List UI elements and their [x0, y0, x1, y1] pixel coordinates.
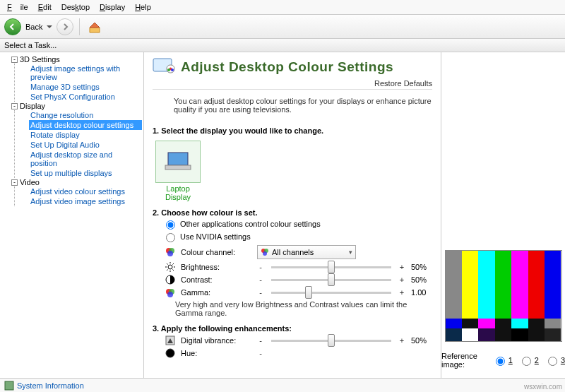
contrast-slider[interactable]	[271, 279, 391, 281]
back-button[interactable]	[4, 18, 21, 35]
forward-button[interactable]	[56, 18, 73, 35]
step2-title: 2. Choose how colour is set.	[153, 208, 432, 217]
radio-nvidia[interactable]	[166, 233, 175, 242]
back-label: Back	[25, 23, 42, 31]
svg-rect-29	[5, 381, 13, 390]
main-panel: Adjust Desktop Colour Settings Restore D…	[144, 52, 441, 392]
vibrance-value: 50%	[411, 336, 432, 345]
svg-point-13	[168, 265, 172, 269]
collapse-icon[interactable]: -	[11, 103, 18, 109]
monitor-colour-icon	[153, 58, 175, 76]
dropdown-icon[interactable]	[47, 24, 52, 30]
watermark: wsxwin.com	[524, 383, 562, 391]
gamma-slider[interactable]	[271, 292, 391, 294]
brightness-icon	[165, 262, 175, 272]
tree-item-size-position[interactable]: Adjust desktop size and position	[29, 150, 142, 168]
brightness-label: Brightness:	[181, 263, 251, 271]
divider	[153, 89, 432, 90]
menu-display[interactable]: Display	[95, 1, 129, 13]
gamma-icon	[165, 287, 175, 297]
restore-defaults-link[interactable]: Restore Defaults	[153, 79, 432, 88]
page-title: Adjust Desktop Colour Settings	[181, 59, 393, 75]
collapse-icon[interactable]: -	[11, 179, 18, 186]
rgb-icon	[261, 248, 269, 256]
vibrance-slider[interactable]	[271, 340, 391, 342]
tree-item-adjust-image[interactable]: Adjust image settings with preview	[29, 64, 142, 82]
vibrance-icon	[165, 335, 175, 345]
info-icon	[4, 381, 14, 391]
gamma-value: 1.00	[411, 288, 432, 297]
radio-other-apps-label: Other applications control colour settin…	[180, 220, 321, 228]
reference-image-label: Reference image:	[441, 352, 487, 369]
tree-item-physx[interactable]: Set PhysX Configuration	[29, 92, 142, 102]
rgb-icon	[165, 247, 175, 257]
home-button[interactable]	[85, 18, 104, 35]
collapse-icon[interactable]: -	[11, 57, 18, 63]
tree-group-video[interactable]: -Video	[11, 178, 142, 186]
display-label: Laptop Display	[153, 184, 203, 201]
menu-desktop[interactable]: Desktop	[57, 1, 94, 13]
tree-item-digital-audio[interactable]: Set Up Digital Audio	[29, 140, 142, 150]
svg-line-19	[173, 270, 174, 271]
svg-point-4	[171, 69, 174, 71]
contrast-icon	[165, 275, 175, 285]
colour-channel-combo[interactable]: All channels ▾	[257, 245, 356, 259]
status-bar: System Information	[0, 378, 565, 392]
svg-rect-6	[165, 165, 191, 170]
preview-panel: Reference image: 1 2 3	[441, 52, 565, 392]
arrow-left-icon	[8, 23, 17, 31]
radio-nvidia-label: Use NVIDIA settings	[180, 232, 251, 241]
ref-radio-1[interactable]	[496, 357, 505, 366]
step1-title: 1. Select the display you would like to …	[153, 126, 432, 135]
radio-other-apps[interactable]	[166, 220, 175, 230]
task-header: Select a Task...	[0, 39, 565, 52]
menubar: File Edit Desktop Display Help	[0, 0, 565, 15]
tree-group-3d[interactable]: -3D Settings	[11, 55, 142, 64]
laptop-icon	[164, 151, 192, 172]
hue-icon	[165, 348, 175, 358]
tree-item-rotate[interactable]: Rotate display	[29, 130, 142, 140]
menu-file[interactable]: File	[3, 1, 32, 13]
reference-image	[445, 250, 562, 342]
contrast-label: Contrast:	[181, 275, 251, 284]
display-card[interactable]	[155, 141, 201, 183]
ref-radio-2[interactable]	[522, 357, 531, 366]
hue-label: Hue:	[181, 349, 251, 357]
menu-help[interactable]: Help	[131, 1, 155, 13]
colour-channel-value: All channels	[272, 248, 314, 256]
brightness-value: 50%	[411, 263, 432, 271]
svg-line-21	[173, 263, 174, 265]
status-text[interactable]: System Information	[17, 381, 84, 390]
tree-item-multi-display[interactable]: Set up multiple displays	[29, 168, 142, 178]
vibrance-label: Digital vibrance:	[181, 336, 251, 345]
svg-point-3	[167, 69, 170, 71]
tree-item-desktop-colour[interactable]: Adjust desktop colour settings	[29, 120, 142, 130]
toolbar-separator	[79, 18, 80, 35]
step3-title: 3. Apply the following enhancements:	[153, 324, 432, 333]
menu-edit[interactable]: Edit	[34, 1, 56, 13]
svg-rect-5	[168, 153, 188, 165]
tree-item-video-colour[interactable]: Adjust video colour settings	[29, 186, 142, 196]
tree-item-video-image[interactable]: Adjust video image settings	[29, 196, 142, 206]
svg-point-9	[167, 251, 173, 256]
contrast-value: 50%	[411, 275, 432, 284]
svg-point-12	[263, 251, 267, 256]
tree-group-display[interactable]: -Display	[11, 102, 142, 110]
gamma-note: Very high and very low Brightness and Co…	[175, 300, 408, 317]
svg-line-20	[167, 270, 168, 271]
gamma-label: Gamma:	[181, 288, 251, 297]
task-tree: -3D Settings Adjust image settings with …	[0, 52, 144, 392]
svg-line-18	[167, 263, 168, 265]
arrow-right-icon	[61, 23, 69, 31]
toolbar: Back	[0, 15, 565, 39]
ref-radio-3[interactable]	[548, 357, 557, 366]
tree-item-change-res[interactable]: Change resolution	[29, 110, 142, 120]
colour-channel-label: Colour channel:	[181, 248, 251, 256]
brightness-slider[interactable]	[271, 266, 391, 268]
tree-item-manage-3d[interactable]: Manage 3D settings	[29, 82, 142, 92]
chevron-down-icon: ▾	[349, 249, 352, 256]
svg-point-25	[167, 292, 173, 297]
page-subtitle: You can adjust desktop colour settings f…	[153, 94, 432, 119]
home-icon	[88, 20, 102, 33]
